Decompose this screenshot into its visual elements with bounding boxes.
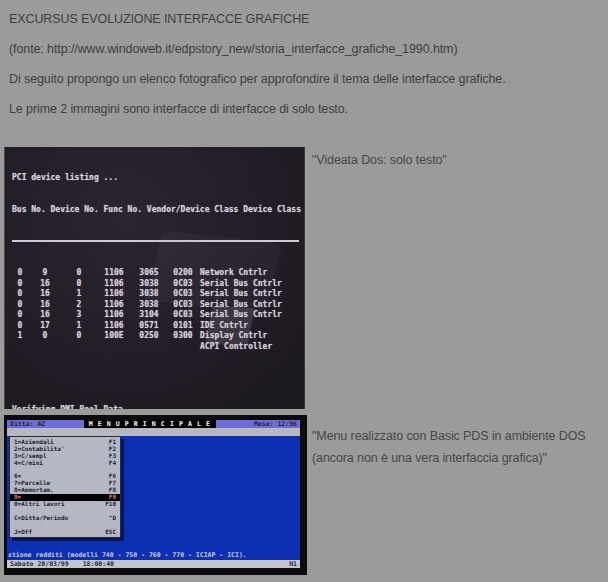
func-no-cell: 0 — [62, 268, 96, 279]
device-id-cell: 0250 — [132, 331, 166, 342]
dropdown-item-shortcut: ESC — [105, 529, 116, 536]
device-id-cell: 3038 — [132, 279, 166, 290]
status-time: 18:00:40 — [83, 560, 114, 568]
menu-title-bar: Ditta: AZ M E N U P R I N C I P A L E Me… — [7, 420, 300, 428]
separator-line — [12, 236, 305, 247]
intro-text-block: EXCURSUS EVOLUZIONE INTERFACCE GRAFICHE … — [9, 12, 506, 132]
dropdown-menu-item[interactable]: 8=Ammortam.F8 — [10, 487, 120, 494]
device-name-cell: IDE Cntrlr — [200, 321, 248, 332]
menu-caption-line1: "Menu realizzato con Basic PDS in ambien… — [312, 425, 586, 447]
vendor-cell: 1106 — [96, 310, 132, 321]
pci-listing-title: PCI device listing ... — [12, 173, 305, 184]
bus-no-cell: 1 — [12, 331, 28, 342]
bottom-status-bar: Sabato 20/03/99 18:00:40 N1 — [7, 560, 300, 568]
pci-table-row: 0162110630380C03Serial Bus Cntrlr — [12, 300, 305, 311]
pci-table-row: 0160110630380C03Serial Bus Cntrlr — [12, 279, 305, 290]
bus-no-cell: 0 — [12, 310, 28, 321]
class-cell: 0C03 — [166, 310, 200, 321]
bus-no-cell: 0 — [12, 279, 28, 290]
page-title: EXCURSUS EVOLUZIONE INTERFACCE GRAFICHE — [9, 12, 506, 26]
menu-bar — [7, 428, 300, 436]
vendor-cell: 1106 — [96, 279, 132, 290]
basic-pds-menu-screenshot: Ditta: AZ M E N U P R I N C I P A L E Me… — [4, 415, 307, 575]
device-name-cell: Network Cntrlr — [200, 268, 267, 279]
device-no-cell: 16 — [28, 289, 62, 300]
vendor-cell: 1106 — [96, 289, 132, 300]
bus-no-cell: 0 — [12, 300, 28, 311]
month-label: Mese: 12/96 — [254, 420, 297, 428]
device-no-cell: 16 — [28, 279, 62, 290]
device-name-cell: Display Cntrlr — [200, 331, 267, 342]
bus-no-cell: 0 — [12, 268, 28, 279]
func-no-cell: 1 — [62, 289, 96, 300]
class-cell: 0C03 — [166, 289, 200, 300]
company-label: Ditta: AZ — [10, 420, 45, 428]
pci-table-row: 0171110605710101IDE Cntrlr — [12, 321, 305, 332]
menu-principale-title: M E N U P R I N C I P A L E — [84, 420, 216, 428]
pci-table-row: ACPI Controller — [12, 342, 305, 353]
status-description-line: stione redditi (modelli 740 - 750 - 760 … — [8, 551, 247, 559]
device-id-cell: 3038 — [132, 300, 166, 311]
dropdown-menu-item[interactable]: C=Ditta/Periodo^D — [10, 515, 120, 522]
device-id-cell: 0571 — [132, 321, 166, 332]
pci-table-row: 0161110630380C03Serial Bus Cntrlr — [12, 289, 305, 300]
bus-no-cell: 0 — [12, 289, 28, 300]
class-cell: 0C03 — [166, 279, 200, 290]
document-page: EXCURSUS EVOLUZIONE INTERFACCE GRAFICHE … — [0, 0, 608, 582]
device-no-cell: 16 — [28, 300, 62, 311]
menu-screen: Ditta: AZ M E N U P R I N C I P A L E Me… — [7, 420, 300, 568]
dropdown-menu-item[interactable] — [10, 467, 120, 474]
lavori-dropdown-menu: 1=AziendaliF12=Contabilita'F23=C/semplF3… — [9, 436, 121, 538]
func-no-cell: 0 — [62, 279, 96, 290]
note-paragraph: Le prime 2 immagini sono interfacce di i… — [9, 102, 506, 116]
device-id-cell: 3104 — [132, 310, 166, 321]
dropdown-item-shortcut: F4 — [109, 460, 116, 467]
func-no-cell: 1 — [62, 321, 96, 332]
class-cell: 0300 — [166, 331, 200, 342]
class-cell: 0101 — [166, 321, 200, 332]
device-name-cell: Serial Bus Cntrlr — [200, 289, 282, 300]
func-no-cell: 3 — [62, 310, 96, 321]
device-no-cell: 17 — [28, 321, 62, 332]
func-no-cell: 2 — [62, 300, 96, 311]
vendor-cell: 1106 — [96, 300, 132, 311]
vendor-cell: 100E — [96, 331, 132, 342]
dropdown-menu-item[interactable]: 4=C/miniF4 — [10, 460, 120, 467]
device-name-cell: Serial Bus Cntrlr — [200, 310, 282, 321]
class-cell: 0C03 — [166, 300, 200, 311]
class-cell: 0200 — [166, 268, 200, 279]
vendor-cell: 1106 — [96, 268, 132, 279]
vendor-cell: 1106 — [96, 321, 132, 332]
pci-table-row: 0163110631040C03Serial Bus Cntrlr — [12, 310, 305, 321]
source-line: (fonte: http://www.windoweb.it/edpstory_… — [9, 42, 506, 56]
dropdown-item-label: 0=Altri lavori — [14, 501, 65, 508]
bus-no-cell: 0 — [12, 321, 28, 332]
status-date: Sabato 20/03/99 — [10, 560, 69, 568]
intro-paragraph: Di seguito propongo un elenco fotografic… — [9, 72, 506, 86]
dos-caption: "Videata Dos: solo testo" — [312, 149, 447, 171]
func-no-cell: 0 — [62, 331, 96, 342]
pci-table-row: 100100E02500300Display Cntrlr — [12, 331, 305, 342]
device-id-cell: 3038 — [132, 289, 166, 300]
device-no-cell: 16 — [28, 310, 62, 321]
status-flag: N1 — [289, 560, 297, 568]
dropdown-item-shortcut: ^D — [109, 515, 116, 522]
device-name-cell: Serial Bus Cntrlr — [200, 300, 282, 311]
dropdown-item-label: J=Off — [14, 529, 32, 536]
device-no-cell: 9 — [28, 268, 62, 279]
verifying-line: Verifying DMI Pool Data ............ — [12, 405, 305, 409]
device-name-cell: ACPI Controller — [200, 342, 272, 353]
dropdown-menu-item[interactable]: J=OffESC — [10, 529, 120, 536]
pci-table-header: Bus No. Device No. Func No. Vendor/Devic… — [12, 205, 305, 216]
dropdown-item-shortcut: F10 — [105, 501, 116, 508]
menu-caption: "Menu realizzato con Basic PDS in ambien… — [312, 425, 586, 469]
dropdown-item-label: C=Ditta/Periodo — [14, 515, 68, 522]
dos-boot-screenshot: PCI device listing ... Bus No. Device No… — [4, 147, 305, 409]
pci-table-row: 090110630650200Network Cntrlr — [12, 268, 305, 279]
device-name-cell: Serial Bus Cntrlr — [200, 279, 282, 290]
dropdown-menu-item[interactable]: 0=Altri lavoriF10 — [10, 501, 120, 508]
dropdown-item-label: 4=C/mini — [14, 460, 43, 467]
menu-caption-line2: (ancora non è una vera interfaccia grafi… — [312, 447, 586, 469]
device-no-cell: 0 — [28, 331, 62, 342]
device-id-cell: 3065 — [132, 268, 166, 279]
